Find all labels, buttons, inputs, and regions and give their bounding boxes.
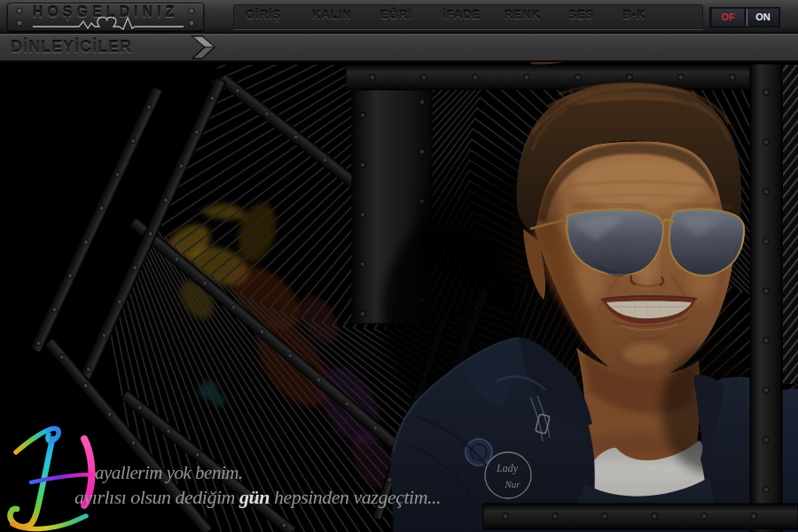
svg-text:ayallerim yok benim.: ayallerim yok benim.	[95, 462, 243, 483]
svg-text:ayırlısı olsun dediğim gün hep: ayırlısı olsun dediğim gün hepsinden vaz…	[74, 486, 441, 508]
svg-text:Nur: Nur	[504, 479, 520, 489]
svg-text:Lady: Lady	[496, 462, 519, 474]
